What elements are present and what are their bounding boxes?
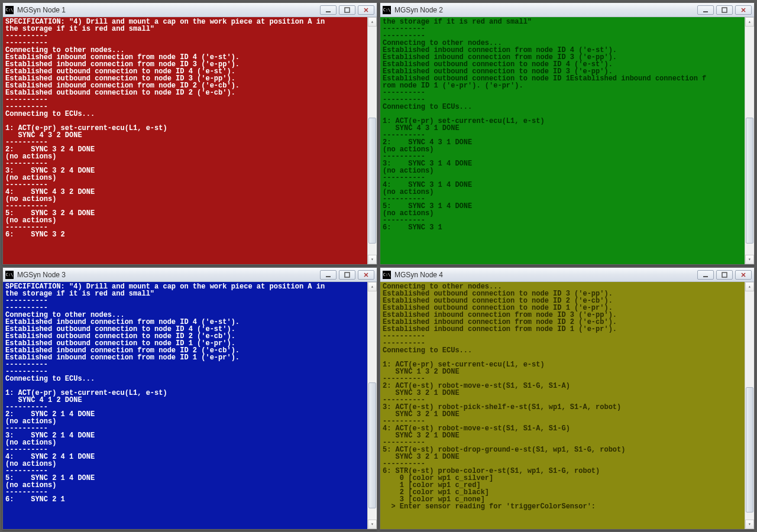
scroll-thumb[interactable]	[746, 118, 753, 243]
window-title: MGSyn Node 2	[394, 6, 697, 14]
minimize-button[interactable]	[320, 270, 337, 280]
window-title: MGSyn Node 3	[17, 271, 320, 279]
maximize-button[interactable]	[716, 5, 733, 15]
scroll-up-icon[interactable]: ▴	[745, 17, 754, 27]
window-node4: C:\MGSyn Node 4Connecting to other nodes…	[380, 267, 755, 530]
titlebar[interactable]: C:\MGSyn Node 1	[3, 3, 377, 17]
terminal-text: SPECIFICATION: "4) Drill and mount a cap…	[5, 18, 366, 238]
svg-rect-6	[703, 276, 708, 277]
cmd-icon: C:\	[5, 271, 14, 279]
scroll-thumb[interactable]	[368, 382, 376, 508]
scroll-up-icon[interactable]: ▴	[368, 282, 377, 291]
svg-rect-0	[326, 11, 331, 12]
titlebar[interactable]: C:\MGSyn Node 4	[380, 268, 754, 282]
terminal-output: SPECIFICATION: "4) Drill and mount a cap…	[3, 282, 377, 529]
svg-rect-1	[345, 8, 350, 12]
close-button[interactable]	[735, 5, 752, 15]
svg-rect-2	[703, 11, 708, 12]
minimize-button[interactable]	[320, 5, 337, 15]
terminal-text: SPECIFICATION: "4) Drill and mount a cap…	[5, 283, 366, 503]
scroll-thumb[interactable]	[746, 387, 753, 512]
svg-rect-3	[722, 8, 727, 12]
window-buttons	[320, 5, 374, 15]
window-title: MGSyn Node 1	[17, 6, 320, 14]
scroll-track[interactable]	[745, 27, 754, 255]
scrollbar[interactable]: ▴▾	[367, 282, 377, 529]
minimize-button[interactable]	[697, 5, 714, 15]
scrollbar[interactable]: ▴▾	[745, 17, 754, 264]
minimize-button[interactable]	[697, 270, 714, 280]
close-button[interactable]	[358, 270, 374, 280]
svg-rect-7	[722, 273, 727, 277]
scroll-thumb[interactable]	[368, 118, 376, 243]
window-buttons	[697, 5, 752, 15]
window-node1: C:\MGSyn Node 1SPECIFICATION: "4) Drill …	[2, 2, 377, 265]
close-button[interactable]	[358, 5, 374, 15]
scroll-track[interactable]	[368, 27, 377, 255]
close-button[interactable]	[735, 270, 752, 280]
cmd-icon: C:\	[5, 6, 14, 14]
cmd-icon: C:\	[383, 271, 391, 279]
scroll-down-icon[interactable]: ▾	[745, 520, 754, 529]
terminal-text: the storage if it is red and small" ----…	[383, 18, 743, 231]
scroll-up-icon[interactable]: ▴	[745, 282, 754, 291]
titlebar[interactable]: C:\MGSyn Node 3	[3, 268, 377, 282]
scroll-down-icon[interactable]: ▾	[745, 255, 754, 264]
scroll-track[interactable]	[745, 291, 754, 520]
scroll-track[interactable]	[368, 291, 377, 520]
scrollbar[interactable]: ▴▾	[745, 282, 754, 529]
window-title: MGSyn Node 4	[394, 271, 697, 279]
terminal-output: the storage if it is red and small" ----…	[380, 17, 754, 264]
svg-rect-4	[326, 276, 331, 277]
terminal-output: Connecting to other nodes... Established…	[380, 282, 754, 529]
cmd-icon: C:\	[383, 6, 391, 14]
terminal-text: Connecting to other nodes... Established…	[383, 283, 743, 510]
scroll-up-icon[interactable]: ▴	[368, 17, 377, 27]
maximize-button[interactable]	[339, 5, 355, 15]
scrollbar[interactable]: ▴▾	[367, 17, 377, 264]
window-buttons	[320, 270, 374, 280]
titlebar[interactable]: C:\MGSyn Node 2	[380, 3, 754, 17]
maximize-button[interactable]	[339, 270, 355, 280]
maximize-button[interactable]	[716, 270, 733, 280]
scroll-down-icon[interactable]: ▾	[368, 520, 377, 529]
terminal-output: SPECIFICATION: "4) Drill and mount a cap…	[3, 17, 377, 264]
window-node2: C:\MGSyn Node 2the storage if it is red …	[380, 2, 755, 265]
window-node3: C:\MGSyn Node 3SPECIFICATION: "4) Drill …	[2, 267, 377, 530]
window-buttons	[697, 270, 752, 280]
scroll-down-icon[interactable]: ▾	[368, 255, 377, 264]
svg-rect-5	[345, 273, 350, 277]
